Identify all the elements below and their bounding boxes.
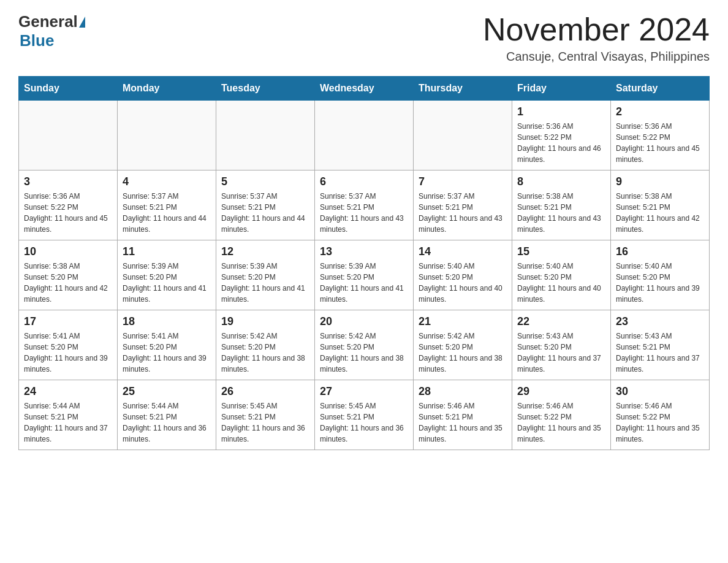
day-info: Sunrise: 5:38 AMSunset: 5:20 PMDaylight:… (24, 261, 112, 305)
weekday-header-thursday: Thursday (414, 77, 512, 101)
week-row-4: 17Sunrise: 5:41 AMSunset: 5:20 PMDayligh… (19, 310, 710, 380)
calendar-cell (19, 101, 118, 170)
calendar-cell: 30Sunrise: 5:46 AMSunset: 5:22 PMDayligh… (611, 380, 710, 450)
weekday-header-row: SundayMondayTuesdayWednesdayThursdayFrid… (19, 77, 710, 101)
calendar-cell: 2Sunrise: 5:36 AMSunset: 5:22 PMDaylight… (611, 101, 710, 170)
day-info: Sunrise: 5:46 AMSunset: 5:21 PMDaylight:… (419, 400, 507, 445)
day-number: 9 (616, 175, 704, 188)
weekday-header-friday: Friday (512, 77, 611, 101)
day-number: 1 (517, 105, 605, 118)
calendar-cell: 28Sunrise: 5:46 AMSunset: 5:21 PMDayligh… (414, 380, 512, 450)
calendar-cell (118, 101, 216, 170)
weekday-header-tuesday: Tuesday (216, 77, 315, 101)
week-row-3: 10Sunrise: 5:38 AMSunset: 5:20 PMDayligh… (19, 240, 710, 310)
day-number: 20 (320, 315, 408, 328)
calendar-cell: 20Sunrise: 5:42 AMSunset: 5:20 PMDayligh… (315, 310, 414, 380)
calendar-cell: 5Sunrise: 5:37 AMSunset: 5:21 PMDaylight… (216, 170, 315, 240)
calendar-cell: 9Sunrise: 5:38 AMSunset: 5:21 PMDaylight… (611, 170, 710, 240)
day-info: Sunrise: 5:37 AMSunset: 5:21 PMDaylight:… (419, 191, 507, 235)
day-info: Sunrise: 5:36 AMSunset: 5:22 PMDaylight:… (517, 121, 605, 165)
day-info: Sunrise: 5:39 AMSunset: 5:20 PMDaylight:… (320, 261, 408, 305)
calendar-cell: 11Sunrise: 5:39 AMSunset: 5:20 PMDayligh… (118, 240, 216, 310)
day-number: 27 (320, 385, 408, 398)
week-row-2: 3Sunrise: 5:36 AMSunset: 5:22 PMDaylight… (19, 170, 710, 240)
day-info: Sunrise: 5:42 AMSunset: 5:20 PMDaylight:… (419, 331, 507, 375)
day-info: Sunrise: 5:40 AMSunset: 5:20 PMDaylight:… (517, 261, 605, 305)
day-number: 26 (221, 385, 309, 398)
day-info: Sunrise: 5:37 AMSunset: 5:21 PMDaylight:… (320, 191, 408, 235)
calendar-cell: 29Sunrise: 5:46 AMSunset: 5:22 PMDayligh… (512, 380, 611, 450)
day-number: 8 (517, 175, 605, 188)
weekday-header-wednesday: Wednesday (315, 77, 414, 101)
day-info: Sunrise: 5:36 AMSunset: 5:22 PMDaylight:… (24, 191, 112, 235)
page-header: General Blue November 2024 Cansuje, Cent… (18, 12, 710, 64)
calendar-cell: 17Sunrise: 5:41 AMSunset: 5:20 PMDayligh… (19, 310, 118, 380)
day-info: Sunrise: 5:41 AMSunset: 5:20 PMDaylight:… (123, 331, 211, 375)
day-number: 22 (517, 315, 605, 328)
location-title: Cansuje, Central Visayas, Philippines (483, 50, 710, 64)
day-number: 25 (123, 385, 211, 398)
day-info: Sunrise: 5:43 AMSunset: 5:20 PMDaylight:… (517, 331, 605, 375)
calendar-cell (414, 101, 512, 170)
day-info: Sunrise: 5:43 AMSunset: 5:21 PMDaylight:… (616, 331, 704, 375)
calendar-cell: 13Sunrise: 5:39 AMSunset: 5:20 PMDayligh… (315, 240, 414, 310)
day-number: 4 (123, 175, 211, 188)
calendar-cell: 6Sunrise: 5:37 AMSunset: 5:21 PMDaylight… (315, 170, 414, 240)
calendar-cell: 7Sunrise: 5:37 AMSunset: 5:21 PMDaylight… (414, 170, 512, 240)
weekday-header-monday: Monday (118, 77, 216, 101)
calendar-cell (216, 101, 315, 170)
day-info: Sunrise: 5:36 AMSunset: 5:22 PMDaylight:… (616, 121, 704, 165)
day-info: Sunrise: 5:46 AMSunset: 5:22 PMDaylight:… (616, 400, 704, 445)
day-info: Sunrise: 5:38 AMSunset: 5:21 PMDaylight:… (517, 191, 605, 235)
day-info: Sunrise: 5:40 AMSunset: 5:20 PMDaylight:… (616, 261, 704, 305)
calendar-cell: 16Sunrise: 5:40 AMSunset: 5:20 PMDayligh… (611, 240, 710, 310)
day-info: Sunrise: 5:46 AMSunset: 5:22 PMDaylight:… (517, 400, 605, 445)
calendar-cell: 4Sunrise: 5:37 AMSunset: 5:21 PMDaylight… (118, 170, 216, 240)
day-info: Sunrise: 5:45 AMSunset: 5:21 PMDaylight:… (221, 400, 309, 445)
day-info: Sunrise: 5:37 AMSunset: 5:21 PMDaylight:… (123, 191, 211, 235)
day-info: Sunrise: 5:38 AMSunset: 5:21 PMDaylight:… (616, 191, 704, 235)
day-number: 3 (24, 175, 112, 188)
logo-blue-text: Blue (20, 31, 54, 50)
calendar-cell: 19Sunrise: 5:42 AMSunset: 5:20 PMDayligh… (216, 310, 315, 380)
day-info: Sunrise: 5:44 AMSunset: 5:21 PMDaylight:… (24, 400, 112, 445)
calendar-cell: 3Sunrise: 5:36 AMSunset: 5:22 PMDaylight… (19, 170, 118, 240)
day-number: 12 (221, 245, 309, 258)
day-info: Sunrise: 5:45 AMSunset: 5:21 PMDaylight:… (320, 400, 408, 445)
day-number: 21 (419, 315, 507, 328)
day-number: 18 (123, 315, 211, 328)
calendar-cell: 14Sunrise: 5:40 AMSunset: 5:20 PMDayligh… (414, 240, 512, 310)
weekday-header-sunday: Sunday (19, 77, 118, 101)
calendar-cell: 8Sunrise: 5:38 AMSunset: 5:21 PMDaylight… (512, 170, 611, 240)
day-info: Sunrise: 5:37 AMSunset: 5:21 PMDaylight:… (221, 191, 309, 235)
calendar-cell: 23Sunrise: 5:43 AMSunset: 5:21 PMDayligh… (611, 310, 710, 380)
calendar-cell: 18Sunrise: 5:41 AMSunset: 5:20 PMDayligh… (118, 310, 216, 380)
day-number: 2 (616, 105, 704, 118)
day-info: Sunrise: 5:39 AMSunset: 5:20 PMDaylight:… (123, 261, 211, 305)
day-info: Sunrise: 5:39 AMSunset: 5:20 PMDaylight:… (221, 261, 309, 305)
logo-area: General Blue (18, 12, 86, 50)
calendar-cell: 21Sunrise: 5:42 AMSunset: 5:20 PMDayligh… (414, 310, 512, 380)
calendar-table: SundayMondayTuesdayWednesdayThursdayFrid… (18, 76, 710, 450)
day-info: Sunrise: 5:42 AMSunset: 5:20 PMDaylight:… (221, 331, 309, 375)
calendar-cell: 22Sunrise: 5:43 AMSunset: 5:20 PMDayligh… (512, 310, 611, 380)
day-number: 30 (616, 385, 704, 398)
calendar-cell: 12Sunrise: 5:39 AMSunset: 5:20 PMDayligh… (216, 240, 315, 310)
calendar-cell: 1Sunrise: 5:36 AMSunset: 5:22 PMDaylight… (512, 101, 611, 170)
day-number: 24 (24, 385, 112, 398)
day-number: 17 (24, 315, 112, 328)
calendar-cell: 24Sunrise: 5:44 AMSunset: 5:21 PMDayligh… (19, 380, 118, 450)
logo: General (18, 12, 86, 31)
day-number: 29 (517, 385, 605, 398)
month-title: November 2024 (483, 12, 710, 47)
week-row-5: 24Sunrise: 5:44 AMSunset: 5:21 PMDayligh… (19, 380, 710, 450)
day-number: 15 (517, 245, 605, 258)
logo-general-text: General (18, 12, 78, 31)
day-number: 5 (221, 175, 309, 188)
day-info: Sunrise: 5:40 AMSunset: 5:20 PMDaylight:… (419, 261, 507, 305)
title-area: November 2024 Cansuje, Central Visayas, … (483, 12, 710, 64)
day-number: 10 (24, 245, 112, 258)
calendar-cell: 15Sunrise: 5:40 AMSunset: 5:20 PMDayligh… (512, 240, 611, 310)
day-number: 23 (616, 315, 704, 328)
weekday-header-saturday: Saturday (611, 77, 710, 101)
